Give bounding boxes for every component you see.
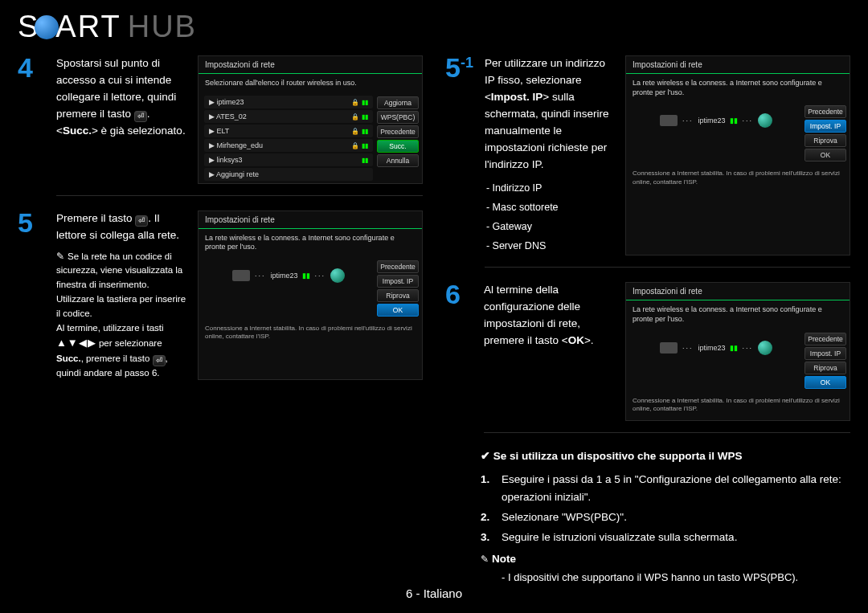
mock-button: Precedente	[805, 333, 846, 345]
step51-text: Per utilizzare un indirizzo IP fisso, se…	[485, 55, 614, 255]
mock-title: Impostazioni di rete	[626, 56, 850, 74]
globe-icon	[330, 268, 345, 283]
wifi-item: ▶ linksys3▮▮	[204, 153, 373, 166]
mock-button: Annulla	[377, 154, 419, 167]
wps-note-label: Note	[492, 553, 516, 565]
mock-button: Precedente	[805, 105, 846, 118]
mock-button: Aggiorna	[377, 96, 419, 109]
step5-text: Premere il tasto ⏎. Il lettore si colleg…	[56, 210, 186, 381]
step-number-4: 4	[18, 55, 45, 196]
page-logo: SARTHUB	[0, 0, 868, 51]
wps-step-3: Seguire le istruzioni visualizzate sulla…	[502, 529, 737, 547]
page-footer: 6 - Italiano	[0, 586, 868, 600]
step-number-5: 5	[18, 210, 45, 392]
arrow-keys-icon: ▲▼◀▶	[56, 337, 96, 349]
wps-step-2: Selezionare "WPS(PBC)".	[502, 509, 627, 527]
enter-icon: ⏎	[135, 215, 148, 227]
mock-subtitle: Selezionare dall'elenco il router wirele…	[199, 74, 422, 93]
wps-section: Se si utilizza un dispositivo che suppor…	[481, 447, 850, 587]
mock-button: Riprova	[377, 289, 419, 302]
mock-screen-impost-ip: Impostazioni di rete La rete wireless e …	[625, 55, 850, 255]
mock-subtitle: La rete wireless e la conness. a Interne…	[626, 300, 850, 329]
mock-button: Riprova	[805, 362, 846, 374]
step-number-5-1: 5-1	[445, 55, 473, 268]
device-icon	[660, 115, 678, 126]
mock-button-impost: Impost. IP	[805, 120, 846, 133]
mock-title: Impostazioni di rete	[199, 211, 422, 229]
note-icon: ✎	[481, 551, 489, 567]
mock-title: Impostazioni di rete	[626, 283, 850, 300]
wps-note-text: I dispositivi che supportano il WPS hann…	[508, 571, 798, 583]
mock-footer-text: Connessione a Internet stabilita. In cas…	[199, 320, 422, 348]
globe-icon	[758, 341, 772, 355]
mock-footer-text: Connessione a Internet stabilita. In cas…	[626, 165, 850, 193]
step6-text: Al termine della configurazione delle im…	[484, 282, 614, 420]
wifi-item: ▶ iptime23🔒 ▮▮	[204, 96, 373, 108]
step4-text: Spostarsi sul punto di accesso a cui si …	[56, 55, 186, 184]
left-column: 4 Spostarsi sul punto di accesso a cui s…	[18, 55, 423, 586]
note-icon: ✎	[56, 249, 64, 264]
wifi-item: ▶ ATES_02🔒 ▮▮	[204, 110, 373, 123]
step-number-6: 6	[445, 282, 473, 432]
mock-button-ok: OK	[805, 376, 846, 389]
mock-button-ok: OK	[377, 304, 419, 317]
mock-screen-network-list: Impostazioni di rete Selezionare dall'el…	[198, 55, 423, 184]
mock-button: Precedente	[377, 125, 419, 138]
mock-button-succ: Succ.	[377, 140, 419, 153]
mock-button: Precedente	[377, 260, 419, 273]
globe-icon	[758, 113, 772, 128]
mock-button: WPS(PBC)	[377, 111, 419, 124]
wps-heading: Se si utilizza un dispositivo che suppor…	[481, 447, 850, 466]
mock-screen-connected-ok: Impostazioni di rete La rete wireless e …	[198, 210, 423, 381]
enter-icon: ⏎	[134, 111, 147, 122]
mock-footer-text: Connessione a Internet stabilita. In cas…	[626, 392, 850, 420]
right-column: 5-1 Per utilizzare un indirizzo IP fisso…	[445, 55, 850, 586]
mock-subtitle: La rete wireless e la conness. a Interne…	[199, 229, 422, 257]
device-icon	[232, 270, 250, 281]
wifi-item: ▶ Aggiungi rete	[204, 168, 373, 181]
device-icon	[660, 342, 678, 353]
enter-icon: ⏎	[153, 355, 166, 366]
mock-button: Impost. IP	[377, 275, 419, 288]
mock-subtitle: La rete wireless e la conness. a Interne…	[626, 74, 850, 102]
mock-title: Impostazioni di rete	[199, 56, 422, 74]
mock-button: OK	[805, 149, 846, 161]
wifi-item: ▶ Mirhenge_edu🔒 ▮▮	[204, 139, 373, 152]
wps-step-1: Eseguire i passi da 1 a 5 in "Configuraz…	[502, 471, 850, 508]
mock-screen-connected-ok2: Impostazioni di rete La rete wireless e …	[625, 282, 850, 420]
wifi-item: ▶ ELT🔒 ▮▮	[204, 125, 373, 137]
mock-button: Impost. IP	[805, 347, 846, 360]
mock-button: Riprova	[805, 134, 846, 147]
